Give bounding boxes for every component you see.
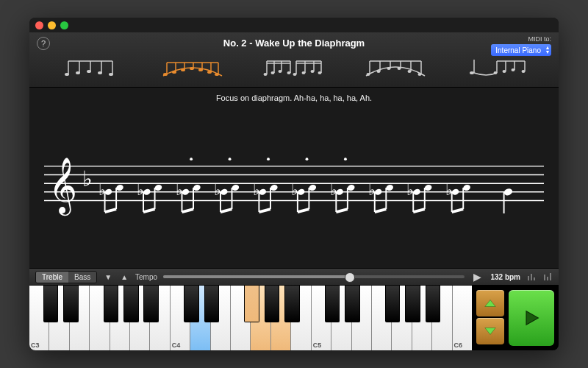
svg-point-95 <box>190 158 193 160</box>
pattern-5[interactable] <box>450 54 545 82</box>
mac-titlebar <box>29 18 559 32</box>
svg-text:♭: ♭ <box>82 167 93 191</box>
svg-point-50 <box>377 70 381 73</box>
svg-point-109 <box>267 158 270 160</box>
svg-line-135 <box>413 209 425 212</box>
black-key[interactable] <box>426 286 441 322</box>
clef-segmented-control: Treble Bass <box>35 271 97 283</box>
svg-point-54 <box>398 67 401 70</box>
svg-point-21 <box>198 68 203 71</box>
black-key[interactable] <box>345 286 360 322</box>
svg-point-58 <box>418 73 422 76</box>
staff-area: 𝄞 ♭ ♭♭♭♭♭♭♭♭♭♭ <box>29 107 559 268</box>
svg-point-35 <box>279 70 282 73</box>
svg-point-39 <box>293 73 297 76</box>
svg-point-6 <box>87 70 91 73</box>
svg-line-94 <box>182 209 193 212</box>
clef-treble-button[interactable]: Treble <box>36 272 68 283</box>
black-key[interactable] <box>63 286 79 322</box>
pattern-thumbnails <box>37 54 551 82</box>
svg-point-10 <box>109 73 113 76</box>
svg-point-45 <box>318 71 322 74</box>
black-key[interactable] <box>104 286 119 322</box>
tempo-label: Tempo <box>135 273 157 281</box>
level-meter-right-icon[interactable] <box>542 272 553 282</box>
svg-point-56 <box>408 70 412 73</box>
black-key[interactable] <box>284 286 300 322</box>
minimize-traffic-light[interactable] <box>48 21 56 29</box>
white-key[interactable]: C6 <box>453 286 472 350</box>
play-button[interactable] <box>509 290 554 346</box>
svg-line-141 <box>452 209 464 212</box>
pattern-4[interactable] <box>348 54 443 82</box>
octave-label: C6 <box>454 342 463 349</box>
svg-point-102 <box>229 158 232 160</box>
svg-point-41 <box>302 71 306 74</box>
svg-point-13 <box>163 73 168 76</box>
transpose-down-icon[interactable]: ▼ <box>103 273 113 281</box>
black-key[interactable] <box>244 286 259 322</box>
svg-line-129 <box>375 209 387 212</box>
midi-label: MIDI to: <box>528 35 551 43</box>
svg-point-19 <box>190 67 194 70</box>
transpose-up-icon[interactable]: ▲ <box>119 273 129 281</box>
svg-point-15 <box>172 71 176 74</box>
black-key[interactable] <box>123 286 139 322</box>
step-up-button[interactable] <box>476 290 504 316</box>
svg-point-48 <box>367 73 370 76</box>
tempo-slider-fill <box>163 275 350 278</box>
transport-buttons <box>472 286 559 350</box>
black-key[interactable] <box>204 286 220 322</box>
svg-point-59 <box>470 71 474 74</box>
svg-line-115 <box>298 209 309 212</box>
svg-line-108 <box>259 209 270 212</box>
piano-keyboard[interactable]: C3C4C5C6 <box>29 286 472 350</box>
zoom-traffic-light[interactable] <box>60 21 68 29</box>
keyboard-row: C3C4C5C6 <box>29 286 559 350</box>
svg-point-69 <box>521 70 525 73</box>
black-key[interactable] <box>385 286 401 322</box>
tempo-play-icon[interactable]: ▶ <box>470 271 484 283</box>
pattern-3[interactable] <box>246 54 342 82</box>
pattern-1[interactable] <box>43 54 138 82</box>
level-meter-left-icon[interactable] <box>526 272 537 282</box>
svg-text:𝄞: 𝄞 <box>49 158 77 216</box>
black-key[interactable] <box>43 286 59 322</box>
svg-point-63 <box>493 71 497 74</box>
svg-point-8 <box>98 71 102 74</box>
help-icon[interactable]: ? <box>37 37 50 50</box>
svg-point-17 <box>181 68 185 71</box>
svg-line-101 <box>220 209 232 212</box>
black-key[interactable] <box>143 286 159 322</box>
svg-point-23 <box>207 71 212 74</box>
tempo-slider[interactable] <box>163 275 465 278</box>
svg-point-43 <box>311 70 315 73</box>
exercise-title: No. 2 - Wake Up the Diaphragm <box>223 38 365 49</box>
midi-output-picker: MIDI to: Internal Piano ▴▾ <box>491 35 551 56</box>
octave-label: C3 <box>31 342 40 349</box>
clef-bass-button[interactable]: Bass <box>68 272 96 283</box>
tempo-bpm-readout: 132 bpm <box>490 273 520 281</box>
black-key[interactable] <box>405 286 420 322</box>
svg-line-82 <box>105 209 117 212</box>
svg-point-31 <box>264 73 268 76</box>
midi-output-select[interactable]: Internal Piano <box>491 44 551 56</box>
svg-point-25 <box>215 73 219 76</box>
pattern-2[interactable] <box>144 54 240 82</box>
transport-controls: Treble Bass ▼ ▲ Tempo ▶ 132 bpm <box>29 268 559 286</box>
tempo-slider-thumb[interactable] <box>345 272 355 283</box>
staff-notation: 𝄞 ♭ ♭♭♭♭♭♭♭♭♭♭ <box>44 144 544 232</box>
black-key[interactable] <box>265 286 280 322</box>
octave-label: C4 <box>172 342 181 349</box>
svg-point-2 <box>65 73 69 76</box>
svg-point-67 <box>511 68 514 71</box>
octave-label: C5 <box>313 342 322 349</box>
close-traffic-light[interactable] <box>35 21 43 29</box>
app-window: ? No. 2 - Wake Up the Diaphragm MIDI to:… <box>29 18 559 350</box>
step-down-button[interactable] <box>476 318 504 344</box>
black-key[interactable] <box>184 286 199 322</box>
svg-line-122 <box>336 209 348 212</box>
svg-point-37 <box>287 71 291 74</box>
svg-point-4 <box>76 71 80 74</box>
black-key[interactable] <box>325 286 340 322</box>
